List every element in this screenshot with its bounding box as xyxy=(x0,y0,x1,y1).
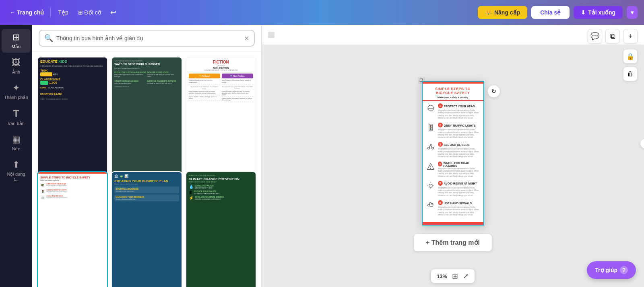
add-page-label: + Thêm trang mới xyxy=(426,239,480,246)
crown-icon: 👑 xyxy=(485,9,492,16)
template-card-educate-kids[interactable]: EDUCATE KIDS A Charitable Organization t… xyxy=(37,57,108,186)
svg-point-2 xyxy=(430,127,431,128)
file-button[interactable]: Tệp xyxy=(54,7,72,18)
sidebar-item-label-mau: Mẫu xyxy=(12,44,21,49)
step-3-number: 3 xyxy=(438,142,443,147)
step-4-content: 4 WATCH FOR ROAD HAZARDS Infographics ar… xyxy=(438,162,480,178)
sidebar-item-thanh-phan[interactable]: ✦ Thành phần xyxy=(2,80,31,103)
infographic-footer xyxy=(423,222,483,224)
hand-signal-icon xyxy=(426,200,436,210)
infographic-body: 1 PROTECT YOUR HEAD Infographics are vis… xyxy=(423,101,483,222)
upgrade-button[interactable]: 👑 Nâng cấp xyxy=(478,6,527,19)
infographic: SIMPLE STEPS TO BICYCLE SAFETY Make your… xyxy=(423,82,483,225)
helmet-icon xyxy=(426,103,436,113)
top-navigation: ← Trang chủ Tệp ⊞ Đổi cỡ ↩ 👑 Nâng cấp Ch… xyxy=(0,0,644,25)
resize-button[interactable]: ⊞ Đổi cỡ xyxy=(74,7,105,18)
infographic-step-1: 1 PROTECT YOUR HEAD Infographics are vis… xyxy=(426,103,480,119)
step-6-number: 6 xyxy=(438,200,443,205)
step-3-desc: Infographics are visual representations … xyxy=(438,148,480,158)
help-label: Trợ giúp xyxy=(595,267,617,273)
left-sidebar: ⊞ Mẫu 🖼 Ảnh ✦ Thành phần T Văn bản ▦ Nền… xyxy=(0,25,32,287)
sidebar-item-label-anh: Ảnh xyxy=(12,70,20,75)
svg-point-8 xyxy=(429,184,432,187)
upgrade-label: Nâng cấp xyxy=(494,9,520,16)
comment-button[interactable]: 💬 xyxy=(588,29,602,43)
infographic-step-2: 2 OBEY TRAFFIC LIGHTS Infographics are v… xyxy=(426,123,480,139)
help-button[interactable]: Trợ giúp ? xyxy=(587,261,636,279)
search-bar-container: 🔍 ✕ xyxy=(32,25,261,52)
search-input[interactable] xyxy=(56,35,241,41)
upload-icon: ⬆ xyxy=(12,160,20,170)
components-icon: ✦ xyxy=(12,83,20,93)
download-more-button[interactable]: ▾ xyxy=(627,6,638,19)
templates-grid: EDUCATE KIDS A Charitable Organization t… xyxy=(32,52,261,287)
resize-label: Đổi cỡ xyxy=(85,9,101,16)
sidebar-item-noi-dung[interactable]: ⬆ Nội dung t... xyxy=(2,156,31,185)
sidebar-item-anh[interactable]: 🖼 Ảnh xyxy=(2,54,31,78)
svg-point-7 xyxy=(430,168,431,168)
step-5-content: 5 AVOID RIDING AT NIGHT Infographics are… xyxy=(438,181,480,197)
step-5-number: 5 xyxy=(438,181,443,186)
add-button[interactable]: + xyxy=(623,29,638,43)
refresh-button[interactable]: ↻ xyxy=(487,85,500,98)
download-button[interactable]: ⬇ Tải xuống xyxy=(574,6,623,19)
template-card-fiction[interactable]: FICTION VERSUS NON-FICTION COMPARING THE… xyxy=(186,57,256,186)
page-canvas[interactable]: SIMPLE STEPS TO BICYCLE SAFETY Make your… xyxy=(422,81,484,226)
step-2-title: OBEY TRAFFIC LIGHTS xyxy=(444,124,476,127)
back-arrow-icon: ← xyxy=(10,9,15,16)
grid-view-button[interactable]: ⊞ xyxy=(452,272,458,281)
step-4-title: WATCH FOR ROAD HAZARDS xyxy=(443,162,480,167)
canvas-area: 💬 ⧉ + 🔒 🗑 ☐ SIMPLE STEPS TO BICYCLE SAFE… xyxy=(262,25,644,287)
search-icon: 🔍 xyxy=(44,34,53,43)
step-1-number: 1 xyxy=(438,103,443,108)
template-card-bicycle-safety[interactable]: SIMPLE STEPS TO BICYCLE SAFETY Make your… xyxy=(37,171,108,287)
infographic-header: SIMPLE STEPS TO BICYCLE SAFETY Make your… xyxy=(423,84,483,101)
nav-left: ← Trang chủ Tệp ⊞ Đổi cỡ ↩ xyxy=(6,6,120,19)
step-2-number: 2 xyxy=(438,123,443,127)
svg-point-1 xyxy=(430,125,431,126)
template-card-business-plan[interactable]: 🏦 💵 📊 CREATING YOUR BUSINESS PLAN Simple… xyxy=(111,171,182,287)
nav-right: 👑 Nâng cấp Chia sẻ ⬇ Tải xuống ▾ xyxy=(478,6,638,19)
bicycle-icon xyxy=(426,142,436,152)
share-button[interactable]: Chia sẻ xyxy=(531,6,570,19)
infographic-subtitle: Make your safety a priority xyxy=(427,96,479,98)
infographic-title: SIMPLE STEPS TO BICYCLE SAFETY xyxy=(427,87,479,96)
step-4-desc: Infographics are visual representations … xyxy=(438,168,480,178)
main-layout: ⊞ Mẫu 🖼 Ảnh ✦ Thành phần T Văn bản ▦ Nền… xyxy=(0,25,644,287)
status-bar: 13% ⊞ ⤢ xyxy=(431,269,475,283)
infographic-step-6: 6 USE HAND SIGNALS Infographics are visu… xyxy=(426,200,480,216)
template-card-world-hunger[interactable]: CALIFORNIA HUNGER FOUNDATION WAYS TO STO… xyxy=(111,57,182,186)
sidebar-item-nen[interactable]: ▦ Nền xyxy=(2,131,31,155)
canvas-toolbar xyxy=(262,25,644,45)
home-button[interactable]: ← Trang chủ xyxy=(6,7,47,18)
sidebar-item-van-ban[interactable]: T Văn bản xyxy=(2,105,31,129)
step-1-title: PROTECT YOUR HEAD xyxy=(444,105,475,108)
warning-icon xyxy=(426,162,436,171)
clear-search-button[interactable]: ✕ xyxy=(244,35,249,42)
step-1-content: 1 PROTECT YOUR HEAD Infographics are vis… xyxy=(438,103,480,119)
svg-point-3 xyxy=(430,129,431,130)
sidebar-item-label-thanh-phan: Thành phần xyxy=(4,95,28,100)
zoom-level: 13% xyxy=(437,273,447,279)
step-3-content: 3 SEE AND BE SEEN Infographics are visua… xyxy=(438,142,480,158)
page-container: ☐ SIMPLE STEPS TO BICYCLE SAFETY Make yo… xyxy=(422,81,484,226)
step-5-title: AVOID RIDING AT NIGHT xyxy=(444,182,477,185)
copy-button[interactable]: ⧉ xyxy=(605,29,620,43)
add-page-button[interactable]: + Thêm trang mới xyxy=(413,234,492,252)
step-6-desc: Infographics are visual representations … xyxy=(438,206,480,216)
canvas-content: ☐ SIMPLE STEPS TO BICYCLE SAFETY Make yo… xyxy=(413,81,492,252)
home-label: Trang chủ xyxy=(17,9,44,16)
text-icon: T xyxy=(13,108,19,119)
nav-divider xyxy=(50,8,51,17)
photo-icon: 🖼 xyxy=(12,57,21,68)
resize-icon: ⊞ xyxy=(78,9,83,16)
template-icon: ⊞ xyxy=(12,32,20,43)
undo-button[interactable]: ↩ xyxy=(107,6,120,19)
infographic-step-5: 5 AVOID RIDING AT NIGHT Infographics are… xyxy=(426,181,480,197)
step-5-desc: Infographics are visual representations … xyxy=(438,187,480,197)
template-card-climate-change[interactable]: PLANET OF LONG THE PRESENCE CLIMATE CHAN… xyxy=(186,171,256,287)
expand-button[interactable]: ⤢ xyxy=(463,272,469,281)
sidebar-item-mau[interactable]: ⊞ Mẫu xyxy=(2,29,31,53)
svg-point-4 xyxy=(427,147,429,149)
step-3-title: SEE AND BE SEEN xyxy=(444,144,470,146)
